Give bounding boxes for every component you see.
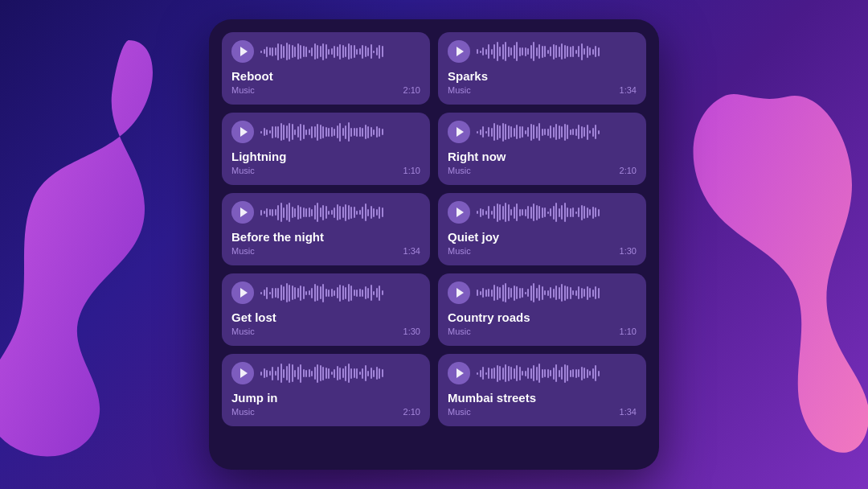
play-icon-get-lost — [240, 288, 248, 298]
waveform-bar — [570, 287, 571, 299]
play-button-reboot[interactable] — [231, 40, 254, 63]
waveform-bar — [499, 204, 501, 220]
track-card-sparks[interactable]: SparksMusic1:34 — [438, 32, 646, 105]
waveform-bar — [519, 126, 521, 138]
track-card-country-roads[interactable]: Country roadsMusic1:10 — [438, 273, 646, 346]
track-card-right-now[interactable]: Right nowMusic2:10 — [438, 113, 646, 185]
track-card-jump-in[interactable]: Jump inMusic2:10 — [222, 354, 430, 426]
waveform-bar — [510, 126, 512, 138]
play-icon-mumbai-streets — [457, 368, 464, 378]
play-button-country-roads[interactable] — [448, 281, 470, 304]
waveform-bar — [373, 208, 375, 217]
waveform-bar — [497, 42, 498, 61]
waveform-bar — [499, 125, 501, 138]
waveform-bar — [488, 44, 489, 59]
waveform-bar — [367, 371, 369, 376]
waveform-bar — [264, 211, 265, 214]
waveform-bar — [382, 369, 383, 377]
waveform-bar — [337, 125, 338, 138]
waveform-bar — [575, 369, 577, 378]
play-button-right-now[interactable] — [448, 121, 470, 143]
track-card-before-the-night[interactable]: Before the nightMusic1:34 — [222, 193, 430, 265]
waveform-bar — [354, 368, 355, 378]
waveform-bar — [311, 371, 313, 376]
waveform-bar — [533, 125, 534, 139]
play-button-quiet-joy[interactable] — [448, 201, 470, 224]
waveform-bar — [365, 203, 366, 221]
waveform-bar — [328, 290, 330, 297]
waveform-bar — [286, 43, 288, 60]
play-button-lightning[interactable] — [231, 121, 254, 143]
waveform-bar — [547, 212, 549, 214]
waveform-bar — [525, 371, 526, 376]
waveform-bar — [379, 286, 380, 301]
waveform-bar — [542, 286, 543, 300]
waveform-bar — [559, 47, 560, 57]
waveform-bar — [264, 368, 265, 378]
waveform-bar — [583, 206, 585, 219]
waveform-bar — [292, 364, 293, 382]
track-card-lightning[interactable]: LightningMusic1:10 — [222, 113, 430, 185]
waveform-bar — [275, 209, 276, 216]
waveform-bar — [522, 47, 523, 55]
waveform-bar — [519, 209, 521, 216]
waveform-bar — [305, 47, 307, 57]
play-button-sparks[interactable] — [448, 40, 470, 63]
waveform-bar — [589, 209, 591, 216]
waveform-bar — [337, 204, 338, 220]
play-button-before-the-night[interactable] — [231, 201, 254, 224]
waveform-bar — [553, 44, 555, 60]
waveform-bar — [564, 124, 566, 141]
track-left-jump-in: Jump inMusic — [231, 391, 278, 417]
waveform-bar — [587, 46, 588, 58]
waveform-bar — [345, 47, 346, 57]
waveform-bar — [536, 47, 538, 56]
card-top-country-roads — [448, 281, 637, 304]
play-button-jump-in[interactable] — [231, 362, 254, 384]
track-card-reboot[interactable]: RebootMusic2:10 — [222, 32, 430, 105]
waveform-bar — [303, 125, 305, 139]
waveform-bar — [326, 44, 327, 59]
waveform-bar — [508, 47, 510, 57]
waveform-bar — [561, 367, 563, 380]
waveform-bar — [311, 288, 313, 298]
track-left-right-now: Right nowMusic — [448, 150, 506, 175]
waveform-bar — [493, 123, 495, 141]
waveform-bar — [527, 206, 529, 219]
waveform-bar — [482, 367, 484, 380]
waveform-bar — [311, 209, 313, 216]
waveform-bar — [598, 209, 600, 216]
waveform-bar — [561, 126, 563, 138]
waveform-bar — [297, 288, 299, 298]
track-card-mumbai-streets[interactable]: Mumbai streetsMusic1:34 — [438, 354, 646, 426]
track-genre-lightning: Music — [231, 166, 286, 175]
play-button-get-lost[interactable] — [231, 281, 254, 304]
waveform-bar — [348, 43, 350, 60]
play-button-mumbai-streets[interactable] — [448, 362, 470, 384]
waveform-bar — [555, 124, 557, 140]
waveform-bar — [493, 368, 495, 379]
waveform-bar — [589, 47, 591, 55]
waveform-bar — [266, 208, 268, 217]
waveform-bar — [269, 47, 271, 55]
track-card-get-lost[interactable]: Get lostMusic1:30 — [222, 273, 430, 346]
waveform-bar — [277, 126, 279, 138]
track-card-quiet-joy[interactable]: Quiet joyMusic1:30 — [438, 193, 646, 265]
waveform-bar — [269, 209, 271, 216]
waveform-bar — [350, 207, 352, 219]
waveform-bar — [342, 45, 344, 58]
waveform-bar — [505, 42, 506, 61]
track-duration-right-now: 2:10 — [620, 166, 637, 175]
waveform-bar — [581, 43, 583, 60]
waveform-bar — [373, 370, 375, 377]
waveform-bar — [322, 205, 324, 220]
waveform-bar — [280, 364, 282, 383]
waveform-bar — [283, 286, 285, 300]
waveform-bar — [544, 290, 546, 295]
waveform-bar — [519, 288, 521, 298]
track-duration-jump-in: 2:10 — [403, 407, 420, 417]
waveform-bar — [488, 289, 489, 297]
play-icon-reboot — [240, 47, 248, 56]
waveform-bar — [292, 45, 293, 58]
track-genre-reboot: Music — [231, 85, 273, 95]
